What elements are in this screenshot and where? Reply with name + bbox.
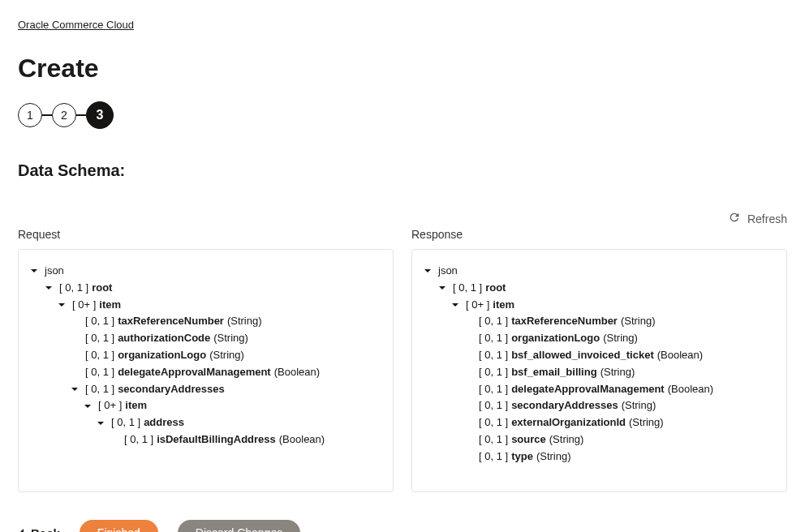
refresh-icon [728,211,747,226]
tree-node-type: (String) [621,313,656,330]
tree-node-type: (Boolean) [668,381,713,398]
tree-node-name: type [511,448,533,466]
tree-node-name: taxReferenceNumber [118,313,224,330]
tree-node-authorizationCode[interactable]: [ 0, 1 ] authorizationCode (String) [43,330,383,347]
response-label: Response [411,228,787,241]
tree-node-secondaryAddresses[interactable]: [ 0, 1 ] secondaryAddresses [43,381,383,398]
tree-node-prefix: [ 0, 1 ] [111,414,140,431]
tree-root[interactable]: json [422,263,777,280]
tree-node-name: delegateApprovalManagement [511,381,665,398]
tree-node-name: externalOrganizationId [511,414,626,431]
tree-node-type: (String) [227,313,262,330]
tree-node-type: (String) [603,330,638,347]
step-1[interactable]: 1 [18,103,42,127]
chevron-down-icon [82,402,93,410]
tree-node-name: root [92,280,112,297]
step-2[interactable]: 2 [52,103,76,127]
tree-root-label: json [438,263,458,280]
chevron-down-icon [95,419,106,427]
breadcrumb[interactable]: Oracle Commerce Cloud [18,19,134,31]
tree-node-bsf_email_billing[interactable]: [ 0, 1 ] bsf_email_billing (String) [437,364,777,381]
tree-node-type: (String) [601,364,635,381]
tree-node-prefix: [ 0, 1 ] [85,364,114,381]
tree-node-name: delegateApprovalManagement [118,364,271,381]
back-label: Back [31,526,60,533]
tree-node-name: organizationLogo [511,330,600,347]
tree-node-type: (String) [209,347,244,364]
tree-node-prefix: [ 0+ ] [466,297,489,314]
tree-node-name: source [511,431,546,448]
tree-node-name: authorizationCode [118,330,210,347]
tree-node-type: (String) [629,414,664,431]
tree-node-name: organizationLogo [118,347,206,364]
tree-node-item[interactable]: [ 0+ ] item [437,297,777,314]
tree-node-root[interactable]: [ 0, 1 ] root [437,280,777,297]
chevron-down-icon [56,301,67,309]
tree-node-externalOrganizationId[interactable]: [ 0, 1 ] externalOrganizationId (String) [437,414,777,431]
chevron-down-icon [450,301,461,309]
tree-node-delegateApprovalManagement[interactable]: [ 0, 1 ] delegateApprovalManagement (Boo… [437,381,777,398]
tree-node-type: (Boolean) [274,364,320,381]
tree-node-prefix: [ 0+ ] [72,297,96,314]
tree-root-label: json [45,263,64,280]
tree-node-delegateApprovalManagement[interactable]: [ 0, 1 ] delegateApprovalManagement (Boo… [43,364,383,381]
tree-node-name: taxReferenceNumber [511,313,618,330]
tree-node-type[interactable]: [ 0, 1 ] type (String) [437,448,777,466]
tree-node-name: bsf_allowed_invoiced_ticket [511,347,654,364]
chevron-left-icon [18,526,31,533]
tree-node-organizationLogo[interactable]: [ 0, 1 ] organizationLogo (String) [43,347,383,364]
tree-node-name: secondaryAddresses [511,397,618,414]
response-tree[interactable]: json[ 0, 1 ] root[ 0+ ] item[ 0, 1 ] tax… [411,249,787,492]
tree-node-name: item [99,297,121,314]
tree-node-prefix: [ 0, 1 ] [479,313,508,330]
tree-node-type: (String) [536,448,571,466]
request-label: Request [18,228,394,241]
page-title: Create [18,54,787,84]
tree-node-prefix: [ 0, 1 ] [479,364,508,381]
tree-node-prefix: [ 0, 1 ] [124,431,153,448]
tree-node-item[interactable]: [ 0+ ] item [43,297,383,314]
tree-node-prefix: [ 0, 1 ] [85,381,114,398]
tree-node-item[interactable]: [ 0+ ] item [43,397,383,414]
tree-node-source[interactable]: [ 0, 1 ] source (String) [437,431,777,448]
tree-node-name: isDefaultBillingAddress [157,431,276,448]
chevron-down-icon [43,284,54,292]
tree-node-prefix: [ 0, 1 ] [479,330,508,347]
discard-button[interactable]: Discard Changes [178,520,300,532]
section-title: Data Schema: [18,161,787,180]
tree-node-bsf_allowed_invoiced_ticket[interactable]: [ 0, 1 ] bsf_allowed_invoiced_ticket (Bo… [437,347,777,364]
tree-node-taxReferenceNumber[interactable]: [ 0, 1 ] taxReferenceNumber (String) [43,313,383,330]
tree-node-prefix: [ 0, 1 ] [479,448,508,466]
tree-node-name: root [485,280,506,297]
request-column: Request json[ 0, 1 ] root[ 0+ ] item[ 0,… [18,228,394,492]
tree-node-taxReferenceNumber[interactable]: [ 0, 1 ] taxReferenceNumber (String) [437,313,777,330]
back-button[interactable]: Back [18,526,60,533]
tree-node-name: bsf_email_billing [511,364,596,381]
chevron-down-icon [28,267,40,275]
tree-node-organizationLogo[interactable]: [ 0, 1 ] organizationLogo (String) [437,330,777,347]
step-3[interactable]: 3 [86,101,114,129]
stepper: 123 [18,101,787,129]
tree-node-prefix: [ 0, 1 ] [479,381,508,398]
request-tree[interactable]: json[ 0, 1 ] root[ 0+ ] item[ 0, 1 ] tax… [18,249,394,492]
tree-node-type: (String) [549,431,584,448]
tree-node-prefix: [ 0, 1 ] [479,347,508,364]
tree-node-prefix: [ 0, 1 ] [479,414,508,431]
tree-node-prefix: [ 0, 1 ] [479,431,508,448]
refresh-button[interactable]: Refresh [18,211,787,226]
chevron-down-icon [437,284,448,292]
tree-node-name: secondaryAddresses [118,381,225,398]
tree-root[interactable]: json [28,263,383,280]
chevron-down-icon [69,385,80,393]
finished-button[interactable]: Finished [80,520,158,532]
tree-node-prefix: [ 0, 1 ] [85,330,114,347]
tree-node-root[interactable]: [ 0, 1 ] root [43,280,383,297]
tree-node-address[interactable]: [ 0, 1 ] address [43,414,383,431]
refresh-label: Refresh [747,212,787,225]
tree-node-isDefaultBillingAddress[interactable]: [ 0, 1 ] isDefaultBillingAddress (Boolea… [43,431,383,448]
tree-node-prefix: [ 0, 1 ] [59,280,88,297]
tree-node-secondaryAddresses[interactable]: [ 0, 1 ] secondaryAddresses (String) [437,397,777,414]
tree-node-name: item [125,397,147,414]
tree-node-name: address [144,414,184,431]
tree-node-type: (Boolean) [279,431,325,448]
